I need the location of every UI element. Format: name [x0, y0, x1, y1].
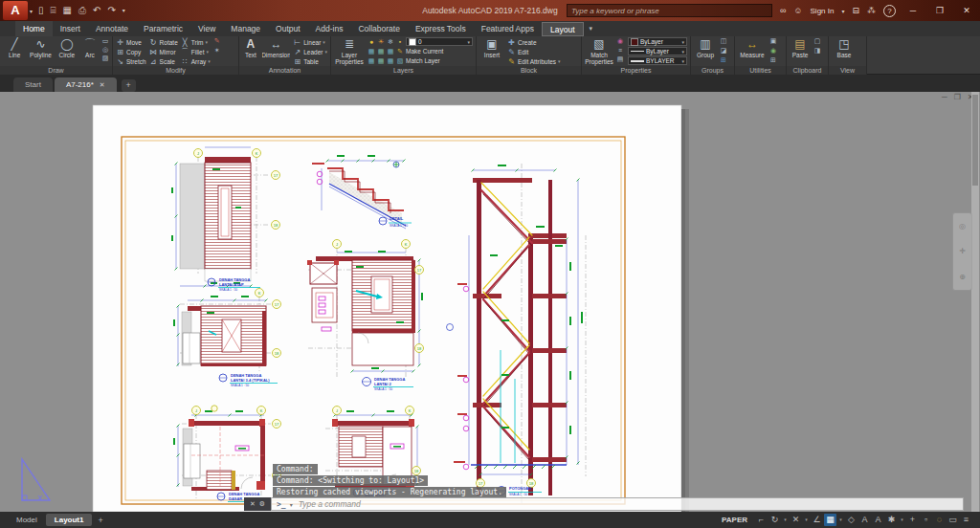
ribbon-tab-manage[interactable]: Manage: [223, 21, 268, 36]
sign-in-caret-icon[interactable]: ▾: [841, 8, 844, 14]
app-store-cart-icon[interactable]: ⊟: [852, 6, 859, 15]
scrollbar-thumb[interactable]: [972, 95, 978, 186]
quick-select-icon[interactable]: ◉: [769, 47, 777, 55]
command-customize-wrench-icon[interactable]: ⚙: [259, 500, 265, 508]
app-logo-button[interactable]: A: [3, 1, 28, 20]
clipboard-cut-icon[interactable]: ◨: [813, 47, 821, 55]
new-icon[interactable]: ▯: [38, 0, 44, 21]
command-recent-caret-icon[interactable]: ▾: [290, 501, 293, 508]
quick-calc-icon[interactable]: ⊞: [769, 56, 777, 64]
layer-properties-button[interactable]: ≣ Layer Properties: [334, 37, 365, 66]
panel-title-block[interactable]: Block: [477, 66, 581, 75]
snap-mode-icon[interactable]: ⌐: [755, 514, 768, 526]
ribbon-collapse-icon[interactable]: ▾: [584, 21, 599, 36]
app-menu-caret-icon[interactable]: ▾: [30, 8, 33, 14]
ribbon-tab-home[interactable]: Home: [15, 21, 53, 36]
vertical-scrollbar[interactable]: [971, 92, 979, 512]
quick-properties-icon[interactable]: ▫: [920, 514, 932, 526]
clean-screen-icon[interactable]: ▭: [947, 514, 959, 526]
table-button[interactable]: ⊞Table: [293, 56, 327, 66]
osnap-caret-icon[interactable]: ▾: [803, 514, 810, 526]
group-button[interactable]: ▥ Group: [694, 37, 717, 66]
lineweight-dropdown[interactable]: BYLAYER ▾: [628, 56, 687, 65]
annotation-scale-caret-icon[interactable]: ▾: [837, 514, 844, 526]
ribbon-tab-insert[interactable]: Insert: [53, 21, 88, 36]
drawing-minimize-icon[interactable]: ─: [942, 93, 947, 101]
rectangle-icon[interactable]: ▭: [101, 37, 109, 45]
command-line-handle[interactable]: ✕ ⚙: [244, 497, 271, 511]
ribbon-tab-layout[interactable]: Layout: [542, 22, 584, 36]
layer-on-bulb-icon[interactable]: ●: [368, 38, 375, 45]
arc-button[interactable]: ⌒ Arc: [81, 37, 99, 66]
search-binoculars-icon[interactable]: ∞: [780, 6, 786, 15]
workspace-caret-icon[interactable]: ▾: [899, 514, 905, 526]
panel-title-groups[interactable]: Groups: [691, 66, 734, 75]
linear-button[interactable]: ⊢Linear▾: [293, 37, 327, 47]
plot-icon[interactable]: ⎙: [78, 0, 86, 21]
polyline-button[interactable]: ∿ Polyline: [29, 37, 52, 66]
open-icon[interactable]: ⌸: [51, 0, 56, 21]
match-properties-button[interactable]: ▧ Match Properties: [585, 37, 613, 66]
rotate-button[interactable]: ↻Rotate: [149, 37, 178, 47]
restore-button[interactable]: ❐: [930, 6, 949, 15]
new-drawing-tab-button[interactable]: +: [122, 79, 136, 92]
drawing-restore-icon[interactable]: ❐: [954, 93, 961, 101]
ellipse-icon[interactable]: ◎: [101, 46, 109, 54]
file-tab-close-icon[interactable]: ✕: [100, 81, 105, 89]
panel-title-layers[interactable]: Layers: [331, 66, 476, 75]
isolate-objects-icon[interactable]: ◌: [933, 514, 946, 526]
edit-attributes-button[interactable]: ✎Edit Attributes▾: [507, 56, 561, 66]
paste-button[interactable]: ▤ Paste: [790, 37, 811, 66]
help-search-input[interactable]: [567, 4, 772, 17]
qat-dropdown-icon[interactable]: ▾: [122, 0, 125, 21]
layer-lock-icon[interactable]: ▪: [396, 38, 404, 45]
workspace-gear-icon[interactable]: ✱: [885, 514, 898, 526]
layer-thaw-sun-icon[interactable]: ☀: [377, 38, 385, 46]
panel-title-annotation[interactable]: Annotation: [239, 66, 330, 75]
text-button[interactable]: A Text: [242, 37, 259, 66]
linetype-dropdown[interactable]: ByLayer ▾: [628, 47, 687, 55]
full-nav-wheel-icon[interactable]: ◎: [959, 222, 966, 231]
panel-title-properties[interactable]: Properties: [582, 66, 690, 75]
mirror-button[interactable]: ⋈Mirror: [149, 47, 178, 56]
panel-title-modify[interactable]: Modify: [113, 66, 238, 75]
isodraft-icon[interactable]: ◇: [845, 514, 858, 526]
group-manager-icon[interactable]: ⊞: [720, 56, 727, 64]
command-input[interactable]: [297, 498, 958, 510]
sign-in-label[interactable]: Sign In: [811, 7, 835, 15]
linetype-list-icon[interactable]: ≡: [616, 47, 624, 54]
undo-icon[interactable]: ↶: [93, 0, 100, 21]
lineweight-list-icon[interactable]: ▤: [616, 55, 624, 63]
help-icon[interactable]: ?: [883, 5, 896, 17]
block-edit-button[interactable]: ✎Edit: [507, 47, 561, 56]
close-button[interactable]: ✕: [957, 6, 976, 15]
panel-title-utilities[interactable]: Utilities: [735, 66, 786, 75]
id-point-icon[interactable]: ▣: [769, 37, 777, 45]
linear-caret-icon[interactable]: ▾: [323, 39, 325, 45]
circle-button[interactable]: ◯ Circle: [56, 37, 78, 66]
redo-icon[interactable]: ↷: [107, 0, 115, 21]
sign-in-person-icon[interactable]: ☺: [793, 6, 802, 15]
dimension-button[interactable]: ↔ Dimension: [262, 37, 291, 66]
erase-icon[interactable]: ✎: [213, 37, 221, 45]
command-close-icon[interactable]: ✕: [250, 500, 256, 508]
insert-button[interactable]: ▣ Insert: [479, 37, 504, 66]
save-icon[interactable]: ▦: [63, 0, 72, 21]
move-button[interactable]: ✛Move: [116, 37, 146, 47]
leader-button[interactable]: ↗Leader▾: [293, 47, 327, 56]
trim-button[interactable]: ╳Trim▾: [181, 37, 211, 47]
layer-freeze-icon[interactable]: ❄: [387, 38, 394, 46]
panel-title-draw[interactable]: Draw: [0, 66, 112, 75]
navigation-bar[interactable]: ◎ ✛ ⊕: [952, 212, 972, 291]
ungroup-icon[interactable]: ◪: [720, 47, 727, 55]
ortho-mode-icon[interactable]: ∠: [811, 514, 823, 526]
array-caret-icon[interactable]: ▾: [208, 58, 211, 64]
new-layout-button[interactable]: +: [92, 516, 108, 525]
explode-icon[interactable]: ✶: [213, 47, 221, 55]
array-button[interactable]: ∷Array▾: [181, 56, 211, 66]
object-color-dropdown[interactable]: ByLayer ▾: [628, 37, 687, 46]
color-wheel-icon[interactable]: ◉: [616, 37, 624, 45]
fillet-button[interactable]: ⌒Fillet▾: [181, 47, 211, 56]
customization-menu-icon[interactable]: ≡: [960, 514, 972, 526]
object-snap-icon[interactable]: ✕: [790, 514, 802, 526]
